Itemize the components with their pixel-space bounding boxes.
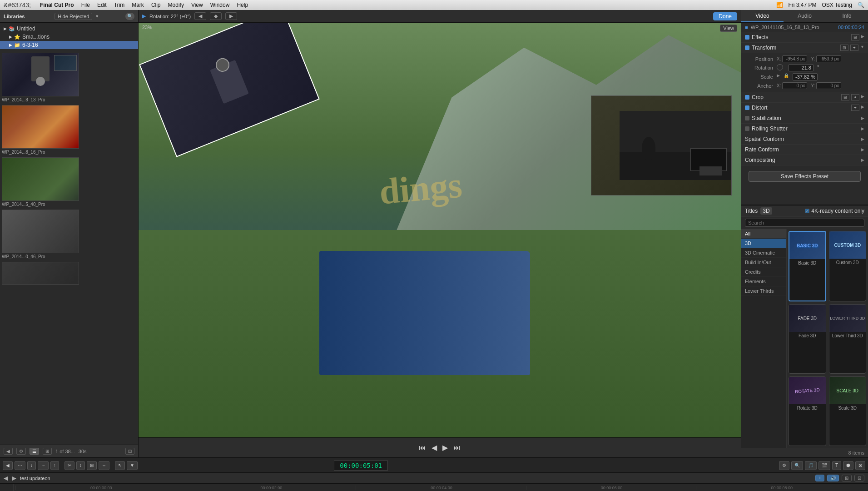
clip-item-4[interactable] bbox=[2, 262, 136, 285]
tl-snap-btn[interactable]: ⊞ bbox=[842, 475, 852, 481]
cat-build-in-out[interactable]: Build In/Out bbox=[741, 258, 786, 267]
tree-item-untitled[interactable]: ▶ 📚 Untitled bbox=[0, 25, 138, 33]
modify-menu[interactable]: Modify bbox=[168, 2, 184, 8]
view-menu[interactable]: View bbox=[191, 2, 203, 8]
file-menu[interactable]: File bbox=[81, 2, 90, 8]
tl-connect-audio-btn[interactable]: 🎵 bbox=[805, 461, 817, 470]
tl-edit-btn[interactable]: ↕ bbox=[76, 461, 85, 470]
anchor-x-value[interactable]: 0 px bbox=[782, 82, 807, 89]
distort-btn1[interactable]: ✦ bbox=[851, 105, 859, 111]
title-card-rotate-3d[interactable]: ROTATE 3D Rotate 3D bbox=[789, 376, 826, 446]
rotation-circle[interactable] bbox=[777, 64, 783, 70]
tl-zoom-out-btn[interactable]: 🔊 bbox=[827, 475, 839, 481]
mark-menu[interactable]: Mark bbox=[132, 2, 144, 8]
filter-arrow[interactable]: ▼ bbox=[95, 14, 99, 19]
cat-elements[interactable]: Elements bbox=[741, 277, 786, 286]
tl-insert-btn[interactable]: ↓ bbox=[27, 461, 36, 470]
tl-arrow-btn[interactable]: ↖ bbox=[115, 461, 125, 470]
view-toggle-grid[interactable]: ⊞ bbox=[43, 448, 52, 455]
go-to-start-button[interactable]: ⏮ bbox=[419, 444, 426, 452]
tl-ripple-btn[interactable]: ⋯ bbox=[15, 461, 25, 470]
rate-conform-header[interactable]: Rate Conform ▶ bbox=[741, 145, 868, 155]
tl-nav-back-btn[interactable]: ◀ bbox=[4, 475, 8, 481]
titles-search-input[interactable] bbox=[745, 219, 864, 227]
view-toggle-list[interactable]: ☰ bbox=[30, 448, 39, 455]
anchor-y-value[interactable]: 0 px bbox=[816, 82, 841, 89]
search-icon[interactable]: 🔍 bbox=[858, 2, 864, 8]
apple-menu[interactable]: &#63743; bbox=[4, 1, 31, 9]
app-name-menu[interactable]: Final Cut Pro bbox=[40, 2, 74, 8]
tl-trim-btn[interactable]: ⊞ bbox=[87, 461, 97, 470]
help-menu[interactable]: Help bbox=[237, 2, 248, 8]
clip-menu[interactable]: Clip bbox=[151, 2, 161, 8]
tl-title-btn[interactable]: T bbox=[832, 461, 841, 470]
tab-audio[interactable]: Audio bbox=[784, 10, 826, 22]
forward-button[interactable]: ▶ bbox=[225, 12, 237, 20]
crop-btn1[interactable]: ⊞ bbox=[841, 94, 849, 100]
cat-credits[interactable]: Credits bbox=[741, 267, 786, 277]
cat-all[interactable]: All bbox=[741, 229, 786, 239]
go-to-end-button[interactable]: ⏭ bbox=[453, 444, 461, 452]
hide-rejected-label[interactable]: Hide Rejected bbox=[55, 13, 92, 20]
crop-header[interactable]: Crop ⊞ ✦ ▶ bbox=[741, 92, 868, 102]
play-button[interactable]: ▶ bbox=[442, 443, 448, 452]
tl-blade-btn[interactable]: ✂ bbox=[64, 461, 74, 470]
done-button[interactable]: Done bbox=[713, 12, 737, 20]
scale-expand-btn[interactable]: ▶ bbox=[777, 73, 780, 80]
tl-transform-btn[interactable]: ↔ bbox=[99, 461, 109, 470]
reset-button[interactable]: ◀ bbox=[194, 12, 206, 20]
scale-val[interactable]: -37.82 % bbox=[793, 73, 818, 80]
tree-item-smart[interactable]: ▶ ⭐ Sma...tions bbox=[0, 33, 138, 41]
position-x-value[interactable]: -954.8 px bbox=[782, 55, 807, 62]
clip-item-0[interactable]: WP_2014...8_13_Pro bbox=[2, 53, 136, 103]
cat-3d-cinematic[interactable]: 3D Cinematic bbox=[741, 248, 786, 258]
rotation-val[interactable]: 21.8 bbox=[789, 64, 813, 71]
cat-3d[interactable]: 3D bbox=[741, 239, 786, 248]
tl-clip-height-btn[interactable]: ⊡ bbox=[854, 475, 864, 481]
transform-btn2[interactable]: ✦ bbox=[850, 45, 858, 51]
title-card-scale-3d[interactable]: SCALE 3D Scale 3D bbox=[829, 376, 867, 446]
tl-connect-btn[interactable]: ↑ bbox=[50, 461, 59, 470]
play-reverse-button[interactable]: ◀ bbox=[432, 443, 437, 452]
tl-settings-btn[interactable]: ⚙ bbox=[779, 461, 789, 470]
cat-lower-thirds[interactable]: Lower Thirds bbox=[741, 286, 786, 296]
tl-media-btn[interactable]: 🎬 bbox=[818, 461, 830, 470]
tl-append-btn[interactable]: → bbox=[38, 461, 49, 470]
tl-nav-fwd-btn[interactable]: ▶ bbox=[12, 475, 16, 481]
window-menu[interactable]: Window bbox=[210, 2, 230, 8]
tl-zoom-in-btn[interactable]: + bbox=[815, 475, 824, 481]
tree-item-date[interactable]: ▶ 📁 6-3-16 bbox=[0, 41, 138, 49]
position-y-value[interactable]: 653.9 px bbox=[816, 55, 841, 62]
scale-lock-icon[interactable]: 🔒 bbox=[784, 73, 789, 80]
titles-4k-toggle[interactable]: ✓ 4K-ready content only bbox=[805, 208, 864, 214]
rolling-shutter-header[interactable]: Rolling Shutter ▶ bbox=[741, 124, 868, 134]
tl-gen-btn[interactable]: ⬢ bbox=[843, 461, 853, 470]
tab-info[interactable]: Info bbox=[826, 10, 868, 22]
stabilization-header[interactable]: Stabilization ▶ bbox=[741, 113, 868, 123]
settings-button[interactable]: ⚙ bbox=[16, 448, 26, 455]
clip-item-2[interactable]: WP_2014...5_40_Pro bbox=[2, 157, 136, 208]
title-card-fade-3d[interactable]: FADE 3D Fade 3D bbox=[789, 304, 826, 374]
prev-clip-button[interactable]: ◀ bbox=[4, 448, 13, 455]
compositing-header[interactable]: Compositing ▶ bbox=[741, 155, 868, 165]
tl-magnify-btn[interactable]: 🔍 bbox=[791, 461, 803, 470]
library-search[interactable]: 🔍 bbox=[125, 13, 134, 20]
title-card-custom-3d[interactable]: CUSTOM 3D Custom 3D bbox=[829, 231, 867, 301]
tab-video[interactable]: Video bbox=[741, 10, 784, 22]
expand-button[interactable]: ⊡ bbox=[125, 448, 134, 455]
effects-section-header[interactable]: Effects ⊞ ▶ bbox=[741, 32, 868, 42]
fit-button[interactable]: ◆ bbox=[210, 12, 222, 20]
title-card-basic-3d[interactable]: BASIC 3D Basic 3D bbox=[789, 231, 826, 301]
clip-item-1[interactable]: WP_2014...8_16_Pro bbox=[2, 105, 136, 155]
save-effects-preset-button[interactable]: Save Effects Preset bbox=[749, 171, 861, 182]
tl-back-btn[interactable]: ◀ bbox=[3, 461, 13, 470]
title-card-lower-third-3d[interactable]: LOWER THIRD 3D Lower Third 3D bbox=[829, 304, 867, 374]
tl-select-btn[interactable]: ▼ bbox=[127, 461, 138, 470]
distort-header[interactable]: Distort ✦ ▶ bbox=[741, 103, 868, 113]
preview-view-button[interactable]: View bbox=[720, 25, 737, 32]
transform-btn1[interactable]: ⊞ bbox=[840, 45, 848, 51]
spatial-conform-header[interactable]: Spatial Conform ▶ bbox=[741, 134, 868, 144]
effects-grid-btn[interactable]: ⊞ bbox=[851, 34, 859, 40]
titles-4k-checkbox[interactable]: ✓ bbox=[805, 209, 809, 213]
trim-menu[interactable]: Trim bbox=[114, 2, 125, 8]
